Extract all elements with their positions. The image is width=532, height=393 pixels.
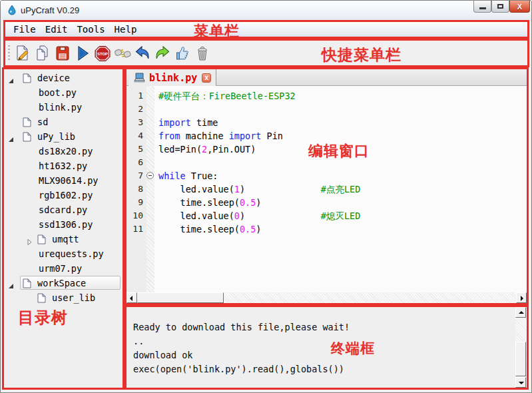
tree-item-urequests-py[interactable]: urequests.py [4, 246, 123, 261]
vertical-scroll-thumb[interactable] [515, 342, 526, 376]
line-number: 9 [127, 196, 143, 209]
annotation-menu-bar: 菜单栏 [194, 21, 240, 41]
terminal-panel[interactable]: Ready to download this file,please wait!… [125, 305, 529, 390]
line-number: 4 [127, 129, 143, 143]
tree-item-upy-lib[interactable]: uPy_lib [4, 129, 123, 144]
tree-item-boot-py[interactable]: boot.py [4, 85, 123, 100]
code-segment-plain: time.sleep( [158, 197, 240, 208]
tree-item-label: urm07.py [39, 261, 82, 276]
fold-margin [146, 86, 154, 292]
tree-item-mlx90614-py[interactable]: MLX90614.py [4, 173, 123, 188]
code-segment-plain: ) [256, 224, 261, 234]
code-segment-num: 2 [202, 144, 207, 155]
tab-blink-py[interactable]: blink.py x [129, 69, 216, 86]
expand-open-icon[interactable] [8, 75, 14, 86]
code-segment-plain: led.value( [158, 184, 234, 195]
code-segment-comment: #硬件平台：FireBeetle-ESP32 [158, 91, 296, 101]
tree-item-label: boot.py [39, 85, 77, 100]
file-tree: deviceboot.pyblink.pysduPy_libds18x20.py… [4, 71, 123, 305]
new-file-icon [14, 45, 31, 62]
toolbar-buttons: STOP [5, 41, 527, 65]
redo-icon [154, 45, 171, 62]
terminal-output: Ready to download this file,please wait!… [133, 320, 511, 376]
tree-item-ht1632-py[interactable]: ht1632.py [4, 159, 123, 173]
stop-button[interactable]: STOP [93, 43, 112, 63]
line-number: 5 [127, 143, 143, 156]
tree-item-label: sd [37, 115, 48, 129]
line-number-gutter: 1234567891011 [127, 86, 146, 292]
undo-button[interactable] [133, 43, 152, 63]
open-file-button[interactable] [33, 43, 52, 63]
horizontal-scroll-track[interactable] [224, 292, 516, 303]
code-segment-plain: Pin [261, 131, 283, 141]
tab-label: blink.py [149, 72, 197, 84]
laptop-icon [134, 73, 145, 83]
download-run-icon [74, 45, 91, 62]
menu-edit[interactable]: Edit [41, 24, 73, 35]
code-segment-plain: ) [240, 184, 321, 195]
close-tab-icon[interactable]: x [202, 73, 211, 83]
window-title: uPyCraft V0.29 [21, 5, 79, 15]
editor-horizontal-scrollbar[interactable] [127, 292, 527, 303]
code-segment-kw: while [158, 171, 186, 181]
scroll-right-icon [521, 296, 523, 301]
tree-item-blink-py[interactable]: blink.py [4, 100, 123, 115]
close-button[interactable]: X [509, 1, 530, 13]
minimize-icon [479, 7, 486, 9]
menu-file[interactable]: File [9, 24, 41, 35]
line-number: 10 [127, 209, 143, 222]
scroll-down-button[interactable] [515, 377, 526, 388]
tree-item-label: urequests.py [39, 246, 104, 261]
connect-icon [114, 45, 131, 62]
code-editor[interactable]: 1234567891011 #硬件平台：FireBeetle-ESP32 imp… [127, 86, 527, 292]
code-segment-kw: from [158, 131, 180, 141]
line-number: 2 [127, 103, 143, 116]
expand-open-icon[interactable] [8, 134, 14, 145]
fold-collapse-icon[interactable] [146, 172, 154, 179]
scroll-left-button[interactable] [127, 292, 137, 303]
tree-item-user-lib[interactable]: user_lib [4, 290, 123, 305]
menu-help[interactable]: Help [110, 24, 142, 35]
tree-item-rgb1602-py[interactable]: rgb1602.py [4, 188, 123, 202]
code-segment-plain: ,Pin.OUT) [207, 144, 256, 155]
tree-item-label: ds18x20.py [39, 144, 93, 159]
code-segment-num: 1 [234, 184, 240, 195]
maximize-button[interactable] [491, 1, 509, 13]
tree-item-umqtt[interactable]: umqtt [4, 232, 123, 246]
line-number: 7 [127, 169, 143, 183]
menu-bar: FileEditToolsHelp [3, 20, 529, 39]
upycraft-window: uPyCraft V0.29 X FileEditToolsHelp 菜单栏 S… [0, 0, 532, 393]
file-tree-panel: deviceboot.pyblink.pysduPy_libds18x20.py… [2, 67, 125, 390]
save-file-button[interactable] [53, 43, 72, 63]
download-run-button[interactable] [73, 43, 92, 63]
tree-item-sd[interactable]: sd [4, 115, 123, 129]
connect-button[interactable] [113, 43, 132, 63]
tree-item-label: umqtt [52, 232, 79, 246]
tree-item-device[interactable]: device [4, 71, 123, 85]
redo-button[interactable] [153, 43, 172, 63]
expand-closed-icon[interactable] [27, 236, 33, 247]
syntax-check-button[interactable] [173, 43, 192, 63]
annotation-file-tree: 目录树 [18, 307, 68, 328]
terminal-line: Ready to download this file,please wait! [133, 320, 511, 334]
horizontal-scroll-thumb[interactable] [137, 292, 224, 303]
clear-icon [194, 45, 211, 62]
code-segment-comment: #点亮LED [321, 184, 361, 195]
terminal-vertical-scrollbar[interactable] [515, 307, 527, 388]
scroll-right-button[interactable] [516, 292, 527, 303]
expand-open-icon[interactable] [8, 280, 14, 291]
scroll-up-button[interactable] [515, 307, 526, 318]
annotation-terminal: 终端框 [331, 339, 375, 358]
tree-item-urm07-py[interactable]: urm07.py [4, 261, 123, 276]
tree-item-label: uPy_lib [37, 129, 75, 144]
new-file-button[interactable] [13, 43, 32, 63]
minimize-button[interactable] [473, 1, 491, 13]
code-line-2 [158, 103, 527, 116]
clear-button[interactable] [193, 43, 212, 63]
tree-item-workspace[interactable]: workSpace [4, 276, 123, 290]
menu-tools[interactable]: Tools [72, 24, 109, 35]
tree-item-ds18x20-py[interactable]: ds18x20.py [4, 144, 123, 159]
tree-item-ssd1306-py[interactable]: ssd1306.py [4, 217, 123, 232]
tree-item-label: MLX90614.py [39, 173, 98, 188]
tree-item-sdcard-py[interactable]: sdcard.py [4, 202, 123, 217]
